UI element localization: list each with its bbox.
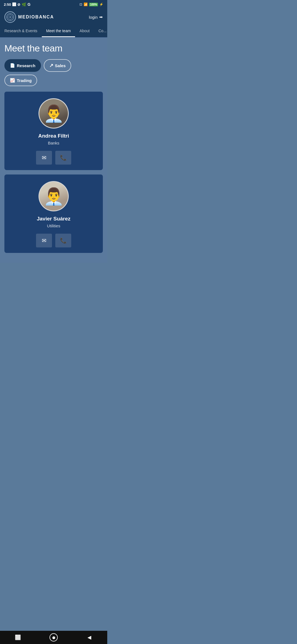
filter-trading-btn[interactable]: 📈 Trading: [4, 75, 37, 86]
email-btn-andrea[interactable]: ✉: [36, 151, 52, 165]
email-icon-javier: ✉: [42, 237, 46, 244]
login-arrow-icon: ➡: [99, 15, 103, 20]
sales-arrow-icon: ↗: [49, 62, 53, 69]
member-sector-andrea: Banks: [48, 141, 59, 145]
login-label: login: [89, 15, 98, 20]
svg-point-2: [10, 17, 11, 18]
phone-icon-javier: 📞: [60, 237, 67, 244]
leaf-icon: 🌿: [22, 2, 26, 7]
phone-btn-andrea[interactable]: 📞: [55, 151, 71, 165]
avatar-image-andrea: [39, 99, 68, 128]
page-title: Meet the team: [4, 43, 103, 54]
team-card-andrea-filtri: Andrea Filtri Banks ✉ 📞: [4, 92, 103, 170]
filter-trading-label: Trading: [17, 78, 32, 83]
login-area[interactable]: login ➡: [89, 15, 103, 20]
member-sector-javier: Utilities: [47, 223, 60, 228]
charging-icon: ⚡: [99, 2, 103, 6]
filter-row: 📄 Research ↗ Sales 📈 Trading: [4, 59, 103, 86]
action-buttons-andrea: ✉ 📞: [36, 151, 71, 165]
nfc-icon: 🅽: [12, 2, 16, 7]
g-icon: G: [28, 2, 31, 7]
screen-icon: ⊡: [79, 2, 82, 6]
phone-btn-javier[interactable]: 📞: [55, 234, 71, 247]
app-header: MEDIOBANCA login ➡: [0, 9, 107, 25]
tab-meet-team[interactable]: Meet the team: [42, 25, 75, 37]
filter-research-btn[interactable]: 📄 Research: [4, 59, 41, 72]
member-name-javier: Javier Suárez: [37, 216, 71, 222]
page-content: Meet the team 📄 Research ↗ Sales 📈 Tradi…: [0, 37, 107, 263]
status-right: ⊡ 📶 100 % ⚡: [79, 2, 103, 6]
team-card-javier-suarez: Javier Suárez Utilities ✉ 📞: [4, 174, 103, 253]
logo-icon: [4, 11, 16, 23]
wifi-icon: 📶: [84, 2, 88, 6]
avatar-image-javier: [39, 182, 68, 211]
brand-name: MEDIOBANCA: [18, 15, 54, 20]
member-name-andrea: Andrea Filtri: [38, 133, 69, 139]
status-bar: 2:50 🅽 ⊘ 🌿 G ⊡ 📶 100 % ⚡: [0, 0, 107, 9]
avatar-andrea-filtri: [38, 98, 69, 129]
action-buttons-javier: ✉ 📞: [36, 234, 71, 247]
trading-chart-icon: 📈: [10, 78, 15, 83]
slash-icon: ⊘: [17, 2, 20, 7]
tab-research-events[interactable]: Research & Events: [0, 25, 42, 37]
nav-tabs: Research & Events Meet the team About Co…: [0, 25, 107, 37]
filter-sales-btn[interactable]: ↗ Sales: [44, 59, 71, 72]
research-doc-icon: 📄: [10, 63, 15, 68]
filter-sales-label: Sales: [55, 63, 66, 68]
email-btn-javier[interactable]: ✉: [36, 234, 52, 247]
phone-icon-andrea: 📞: [60, 154, 67, 161]
tab-about[interactable]: About: [75, 25, 94, 37]
logo-area: MEDIOBANCA: [4, 11, 54, 23]
filter-research-label: Research: [17, 63, 35, 68]
status-left: 2:50 🅽 ⊘ 🌿 G: [4, 2, 31, 7]
tab-contact[interactable]: Co...: [94, 25, 107, 37]
avatar-javier-suarez: [38, 181, 69, 211]
email-icon-andrea: ✉: [42, 154, 46, 161]
status-time: 2:50: [4, 2, 11, 7]
battery-icon: 100 %: [89, 3, 98, 6]
